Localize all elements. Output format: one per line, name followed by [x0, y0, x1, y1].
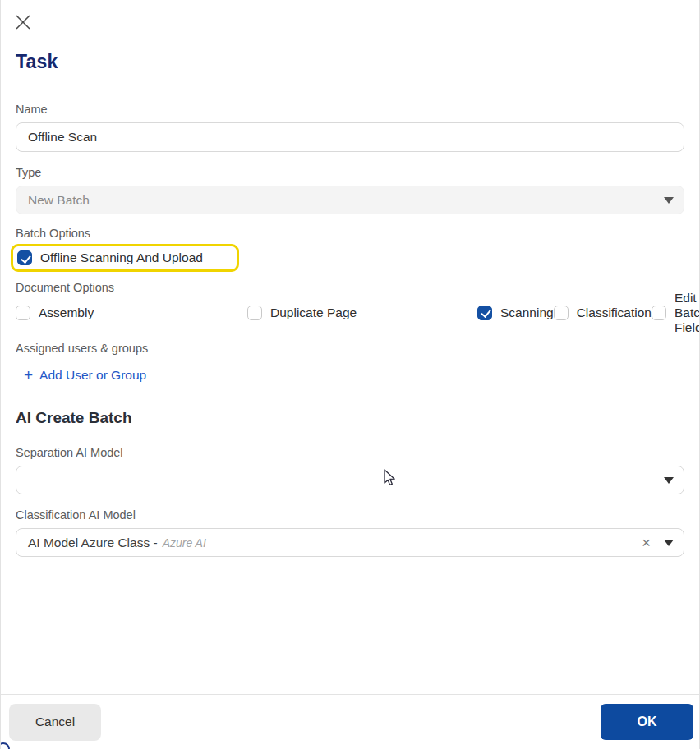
- classification-ai-model-label: Classification AI Model: [16, 508, 683, 522]
- batch-options-label: Batch Options: [16, 227, 683, 240]
- classification-label: Classification: [577, 306, 652, 320]
- doc-option-scanning: Scanning: [477, 301, 554, 324]
- assembly-checkbox[interactable]: [16, 306, 30, 320]
- type-label: Type: [16, 166, 683, 179]
- doc-option-duplicate-page: Duplicate Page: [247, 301, 477, 324]
- clear-icon[interactable]: ×: [637, 535, 656, 550]
- background-window-corner: [0, 742, 10, 749]
- assembly-label: Assembly: [39, 306, 94, 320]
- chevron-down-icon: [664, 477, 674, 484]
- separation-ai-model-select[interactable]: [16, 466, 684, 494]
- duplicate-page-label: Duplicate Page: [270, 306, 357, 320]
- type-select[interactable]: New Batch: [16, 186, 684, 214]
- document-options-grid: Assembly Duplicate Page Scanning Classif…: [16, 301, 683, 324]
- offline-scanning-upload-label: Offline Scanning And Upload: [40, 250, 203, 265]
- offline-scanning-upload-row: Offline Scanning And Upload: [17, 250, 203, 265]
- classification-ai-model-value: AI Model Azure Class -Azure AI: [28, 535, 637, 550]
- duplicate-page-checkbox[interactable]: [247, 306, 262, 320]
- task-dialog: Task Name Type New Batch Batch Options O…: [1, 0, 699, 557]
- chevron-down-icon: [664, 197, 674, 204]
- offline-scanning-upload-checkbox[interactable]: [17, 250, 32, 265]
- close-icon[interactable]: [14, 13, 34, 33]
- doc-option-assembly: Assembly: [16, 301, 247, 324]
- name-input[interactable]: [16, 122, 684, 152]
- cancel-button[interactable]: Cancel: [9, 704, 101, 741]
- ai-create-batch-heading: AI Create Batch: [16, 409, 683, 427]
- doc-option-edit-batch-fields: Edit Batch Fields: [652, 301, 700, 324]
- assigned-users-label: Assigned users & groups: [16, 342, 683, 355]
- add-user-or-group-label: Add User or Group: [39, 368, 146, 383]
- ok-button[interactable]: OK: [601, 704, 693, 740]
- dialog-title: Task: [16, 0, 683, 73]
- add-user-or-group-button[interactable]: + Add User or Group: [16, 367, 146, 383]
- dialog-footer: Cancel OK: [1, 694, 699, 749]
- plus-icon: +: [24, 367, 33, 383]
- separation-ai-model-label: Separation AI Model: [16, 446, 683, 459]
- classification-ai-model-select[interactable]: AI Model Azure Class -Azure AI ×: [16, 528, 684, 557]
- batch-option-highlight: Offline Scanning And Upload: [11, 244, 239, 272]
- edit-batch-fields-checkbox[interactable]: [652, 306, 666, 320]
- type-select-value: New Batch: [28, 193, 656, 208]
- edit-batch-fields-label: Edit Batch Fields: [675, 291, 700, 335]
- scanning-label: Scanning: [500, 306, 554, 320]
- classification-checkbox[interactable]: [554, 306, 569, 320]
- document-options-label: Document Options: [16, 281, 683, 294]
- doc-option-classification: Classification: [554, 301, 652, 324]
- name-label: Name: [16, 103, 683, 116]
- chevron-down-icon: [664, 540, 674, 546]
- scanning-checkbox[interactable]: [477, 306, 492, 320]
